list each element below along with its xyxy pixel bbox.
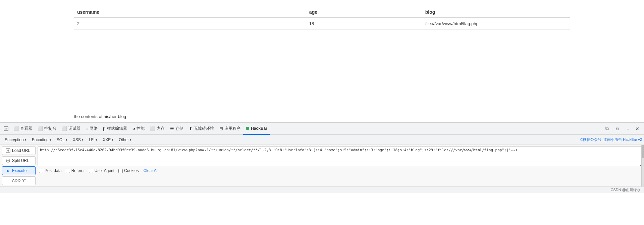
style-icon: {} [103,126,106,131]
post-data-checkbox[interactable] [39,169,43,173]
devtools-right-controls: ⧉ ⧈ ··· ✕ [602,124,642,133]
tab-console[interactable]: ⬜ 控制台 [35,123,59,135]
menu-sql[interactable]: SQL ▾ [54,137,70,143]
data-table: username age blog 2 18 file:///var/www/h… [74,7,570,30]
split-url-icon [6,158,10,163]
referer-option[interactable]: Referer [66,168,85,173]
hackbar-dot-icon [246,127,249,130]
copyright-text: ©微信公众号: 江南小虫虫 HackBar v2 [580,137,642,142]
add-slash-button[interactable]: ADD "/" [2,176,36,185]
sql-arrow-icon: ▾ [66,138,67,142]
blog-content: the contents of his/her blog [0,104,644,122]
cookies-checkbox[interactable] [118,169,123,173]
blog-text: the contents of his/her blog [74,114,126,119]
split-url-button[interactable]: Split URL [2,156,36,165]
main-content: username age blog 2 18 file:///var/www/h… [0,0,644,104]
tab-inspector[interactable]: ⬜ 查看器 [11,123,35,135]
load-url-button[interactable]: Load URL [2,146,36,155]
tab-performance[interactable]: ⌀ 性能 [130,123,147,135]
clear-all-button[interactable]: Clear All [143,168,159,173]
menu-xss[interactable]: XSS ▾ [70,137,86,143]
tab-memory[interactable]: ⬜ 内存 [147,123,167,135]
lfi-arrow-icon: ▾ [96,138,97,142]
tab-hackbar[interactable]: HackBar [243,123,270,135]
debugger-icon: ⬜ [62,126,67,131]
inspector-icon: ⬜ [13,126,19,131]
menu-lfi[interactable]: LFI ▾ [86,137,100,143]
table-row: 2 18 file:///var/www/html/flag.php [74,18,570,30]
execute-icon: ▶ [6,168,10,173]
encoding-arrow-icon: ▾ [50,138,51,142]
col-age: age [306,7,422,18]
user-agent-checkbox[interactable] [89,169,93,173]
bottom-status: CSDN @山川绿水 [0,186,644,193]
perf-icon: ⌀ [132,126,135,131]
menu-xxe[interactable]: XXE ▾ [100,137,116,143]
dock-right-btn[interactable]: ⧈ [612,124,622,133]
status-text: CSDN @山川绿水 [611,187,641,192]
close-devtools-btn[interactable]: ✕ [633,124,642,133]
other-arrow-icon: ▾ [130,138,131,142]
load-url-icon [6,148,10,153]
cookies-option[interactable]: Cookies [118,168,139,173]
col-username: username [74,7,306,18]
console-icon: ⬜ [38,126,43,131]
more-options-btn[interactable]: ··· [623,124,632,133]
tab-storage[interactable]: ☰ 存储 [167,123,186,135]
post-data-option[interactable]: Post data [39,168,62,173]
menu-other[interactable]: Other ▾ [116,137,134,143]
execute-button[interactable]: ▶ Execute [2,166,36,175]
application-icon: ⊞ [219,126,223,131]
xss-arrow-icon: ▾ [82,138,84,142]
inspect-icon[interactable] [2,125,10,133]
tab-accessibility[interactable]: ⬆ 无障碍环境 [186,123,217,135]
col-blog: blog [422,7,570,18]
encryption-arrow-icon: ▾ [25,138,26,142]
svg-rect-0 [4,127,8,131]
storage-icon: ☰ [170,126,174,131]
tab-style-editor[interactable]: {} 样式编辑器 [100,123,130,135]
menu-encoding[interactable]: Encoding ▾ [29,137,54,143]
hackbar-menu: Encryption ▾ Encoding ▾ SQL ▾ XSS ▾ LFI … [0,135,644,145]
hackbar-scrollbar[interactable] [641,145,644,186]
url-input[interactable] [38,146,642,166]
devtools-bar: ⬜ 查看器 ⬜ 控制台 ⬜ 调试器 ↕ 网络 {} 样式编辑器 ⌀ 性能 ⬜ 内… [0,122,644,134]
user-agent-option[interactable]: User Agent [89,168,114,173]
hackbar-body: Load URL Split URL ▶ Execute ADD "/" [0,145,644,186]
network-icon: ↕ [86,126,88,131]
hackbar-url-area: Post data Referer User Agent Cookies Cle… [38,146,642,185]
menu-encryption[interactable]: Encryption ▾ [2,137,29,143]
cell-blog: file:///var/www/html/flag.php [422,18,570,30]
accessibility-icon: ⬆ [189,126,193,131]
hackbar-options: Post data Referer User Agent Cookies Cle… [38,168,642,174]
memory-icon: ⬜ [150,126,155,131]
hackbar-scrollbar-thumb [642,145,644,158]
xxe-arrow-icon: ▾ [112,138,113,142]
tab-debugger[interactable]: ⬜ 调试器 [59,123,83,135]
hackbar-panel: Encryption ▾ Encoding ▾ SQL ▾ XSS ▾ LFI … [0,134,644,186]
dock-left-btn[interactable]: ⧉ [602,124,612,133]
referer-checkbox[interactable] [66,169,70,173]
hackbar-left-buttons: Load URL Split URL ▶ Execute ADD "/" [2,146,36,185]
tab-network[interactable]: ↕ 网络 [83,123,100,135]
cell-username: 2 [74,18,306,30]
cell-age: 18 [306,18,422,30]
tab-application[interactable]: ⊞ 应用程序 [217,123,243,135]
